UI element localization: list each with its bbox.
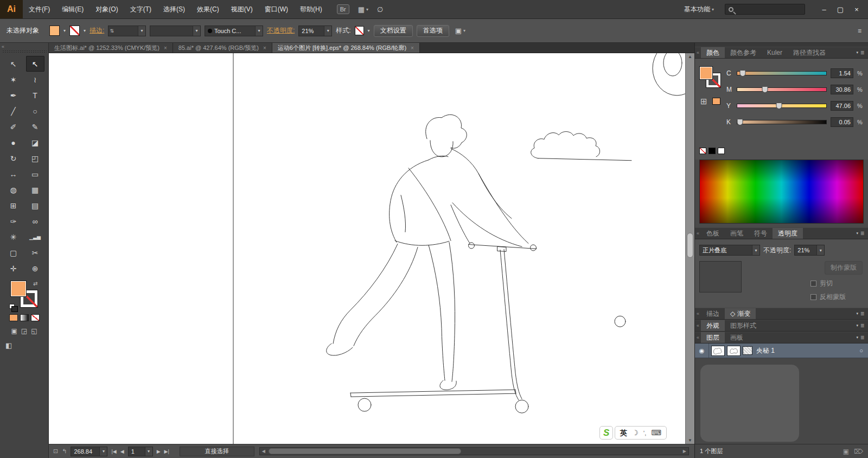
hand-tool[interactable]: ✛ (4, 260, 23, 276)
rotate-tool[interactable]: ↻ (4, 150, 23, 166)
layer-thumbnail[interactable] (727, 346, 741, 356)
fill-dropdown-icon[interactable]: ▾ (63, 28, 66, 33)
color-cube-icon[interactable]: ⊞ (700, 97, 707, 106)
stepper-icon[interactable]: ⇅ (108, 26, 115, 36)
doc-tab-2[interactable]: 85.ai* @ 427.64% (RGB/预览) × (173, 43, 272, 53)
tab-graphic-styles[interactable]: 图形样式 (725, 320, 762, 331)
eyedropper-tool[interactable]: ✑ (4, 213, 23, 229)
menu-view[interactable]: 视图(V) (225, 0, 259, 18)
tab-pathfinder[interactable]: 路径查找器 (788, 47, 831, 58)
stroke-color-swatch[interactable] (69, 26, 80, 36)
panel-fill-swatch[interactable] (699, 66, 713, 80)
ellipse-tool[interactable]: ○ (26, 103, 44, 119)
panel-opacity-field[interactable]: 21% ▾ (794, 245, 825, 256)
zoom-level-field[interactable]: 268.84 ▾ (71, 447, 107, 456)
layer-target-icon[interactable]: ○ (859, 347, 863, 354)
punctuation-icon[interactable]: ’, (643, 430, 647, 436)
menu-window[interactable]: 窗口(W) (259, 0, 294, 18)
black-value-field[interactable]: 0.05 (831, 117, 853, 127)
prev-artboard-icon[interactable]: ◀ (120, 449, 124, 454)
horizontal-scroll-thumb[interactable] (269, 448, 462, 454)
doc-tab-1[interactable]: 生活图标.ai* @ 1252.33% (CMYK/预览) × (49, 43, 173, 53)
magic-wand-tool[interactable]: ✶ (4, 72, 23, 87)
collapse-tools-icon[interactable]: « (0, 43, 48, 49)
moon-icon[interactable]: ☽ (632, 429, 639, 437)
lasso-tool[interactable]: ≀ (26, 72, 44, 87)
gradient-button[interactable] (20, 314, 29, 321)
layer-thumbnail[interactable] (711, 346, 725, 356)
last-color-swatch[interactable] (712, 98, 720, 105)
default-fill-stroke-icon[interactable] (9, 304, 15, 309)
collapse-dock-icon[interactable]: « (695, 320, 701, 331)
zoom-tool[interactable]: ⊕ (26, 260, 44, 276)
menu-object[interactable]: 对象(O) (90, 0, 124, 18)
new-layer-icon[interactable]: ▣ (843, 448, 849, 455)
swap-fill-stroke-icon[interactable]: ⇄ (33, 281, 37, 287)
cyan-slider[interactable] (737, 71, 827, 75)
symbol-sprayer-tool[interactable]: ✳ (4, 229, 23, 245)
tab-appearance[interactable]: 外观 (701, 320, 725, 331)
scroll-left-icon[interactable]: ◀ (262, 449, 265, 454)
tools-grip[interactable] (2, 50, 47, 53)
scroll-down-icon[interactable]: ▼ (688, 438, 692, 443)
stroke-weight-field[interactable]: ⇅ ▾ (108, 26, 146, 36)
panel-menu-icon[interactable]: ▾≡ (852, 332, 868, 343)
magenta-value-field[interactable]: 30.86 (831, 85, 853, 94)
tab-symbols[interactable]: 符号 (749, 228, 773, 239)
object-thumbnail-well[interactable] (699, 261, 742, 292)
direct-selection-tool[interactable]: ↖ (26, 56, 44, 72)
menu-effect[interactable]: 效果(C) (191, 0, 225, 18)
color-button[interactable] (9, 314, 18, 321)
tab-brushes[interactable]: 画笔 (725, 228, 749, 239)
slice-tool[interactable]: ✂ (26, 245, 44, 260)
black-swatch[interactable] (709, 148, 716, 154)
free-transform-tool[interactable]: ▭ (26, 166, 44, 182)
eraser-tool[interactable]: ◪ (26, 135, 44, 150)
menu-help[interactable]: 帮助(H) (294, 0, 328, 18)
collapse-dock-icon[interactable]: « (695, 308, 701, 319)
panel-menu-icon[interactable]: ▾≡ (852, 320, 868, 331)
gradient-tool[interactable]: ▤ (26, 198, 44, 213)
slider-knob[interactable] (739, 70, 745, 77)
document-setup-button[interactable]: 文档设置 (374, 25, 413, 37)
first-artboard-icon[interactable]: |◀ (111, 449, 116, 454)
chevron-down-icon[interactable]: ▾ (145, 447, 152, 456)
clip-checkbox[interactable] (810, 281, 816, 287)
brush-definition-dropdown[interactable]: Touch C... ▾ (205, 26, 263, 36)
screen-mode-icon[interactable]: ◧ (5, 341, 48, 349)
opacity-panel-link[interactable]: 不透明度: (267, 26, 295, 35)
visibility-eye-icon[interactable]: ◉ (695, 344, 709, 358)
tab-kuler[interactable]: Kuler (762, 47, 788, 58)
fill-color-swatch[interactable] (49, 26, 60, 36)
canvas[interactable]: S 英 ☽ ’, ⌨ (49, 53, 685, 444)
blob-brush-tool[interactable]: ● (4, 135, 23, 150)
layer-name[interactable]: 央秘 1 (756, 346, 775, 355)
invert-mask-checkbox[interactable] (810, 294, 816, 300)
close-tab-icon[interactable]: × (411, 45, 414, 51)
draw-inside-icon[interactable]: ◱ (31, 327, 37, 335)
width-tool[interactable]: ↔ (4, 166, 23, 182)
column-graph-tool[interactable]: ▁▃▅ (26, 229, 44, 245)
search-input[interactable] (725, 4, 805, 15)
scroll-up-icon[interactable]: ▲ (688, 54, 692, 59)
chevron-down-icon[interactable]: ▾ (752, 245, 760, 255)
blend-mode-dropdown[interactable]: 正片叠底 ▾ (699, 245, 760, 256)
close-button[interactable]: × (848, 3, 865, 15)
style-swatch[interactable] (355, 26, 364, 35)
vertical-scroll-thumb[interactable] (687, 233, 693, 258)
doc-tab-3-active[interactable]: 运动6个图片 [转换].eps* @ 268.84% (RGB/轮廓) × (272, 43, 420, 53)
white-swatch[interactable] (718, 148, 725, 154)
collapse-dock-icon[interactable]: « (695, 47, 701, 58)
slider-knob[interactable] (737, 119, 743, 125)
slider-knob[interactable] (776, 103, 782, 109)
chevron-down-icon[interactable]: ▾ (255, 26, 263, 36)
tab-color-guide[interactable]: 颜色参考 (725, 47, 762, 58)
tab-color[interactable]: 颜色 (701, 47, 725, 58)
magenta-slider[interactable] (737, 87, 827, 92)
chevron-down-icon[interactable]: ▾ (324, 26, 331, 36)
layer-clip-thumbnail[interactable] (743, 346, 752, 355)
panel-options-icon[interactable]: ▣▾ (455, 27, 465, 35)
horizontal-scrollbar[interactable]: ◀ ▶ (259, 447, 689, 455)
preferences-button[interactable]: 首选项 (417, 25, 449, 37)
artboard-number-field[interactable]: 1 ▾ (128, 447, 153, 456)
